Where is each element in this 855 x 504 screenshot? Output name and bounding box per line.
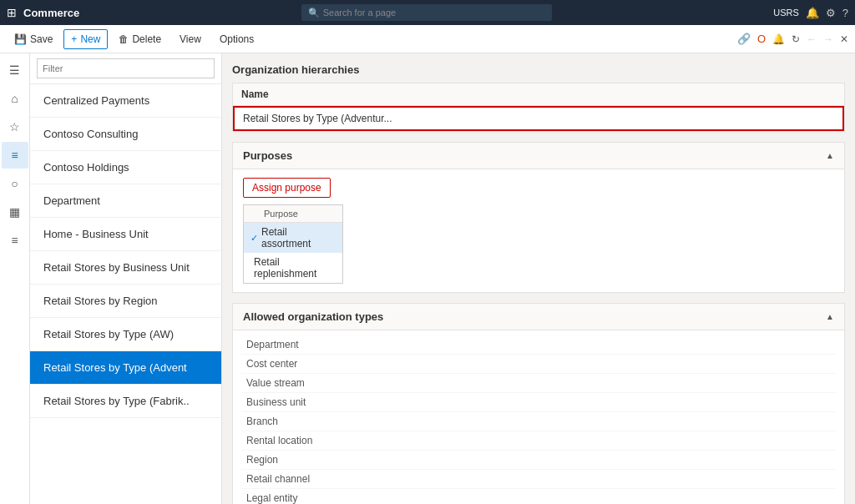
help-icon[interactable]: ? bbox=[842, 7, 848, 19]
delete-icon: 🗑 bbox=[119, 33, 129, 45]
sidebar-favorites-item[interactable]: ☆ bbox=[2, 113, 28, 140]
settings-icon[interactable]: ⚙ bbox=[826, 7, 836, 19]
top-bar: ⊞ Commerce 🔍 Search for a page USRS 🔔 ⚙ … bbox=[0, 0, 855, 25]
notification-badge[interactable]: 🔔 bbox=[772, 33, 785, 45]
assign-purpose-button[interactable]: Assign purpose bbox=[243, 178, 331, 198]
plus-icon: + bbox=[71, 33, 77, 45]
nav-list-item[interactable]: Contoso Holdings bbox=[30, 151, 221, 184]
toolbar: 💾 Save + New 🗑 Delete View Options 🔗 O 🔔… bbox=[0, 25, 855, 53]
sidebar-recent-item[interactable]: ≡ bbox=[2, 142, 28, 169]
org-hierarchies-title: Organization hierarchies bbox=[232, 63, 845, 76]
search-icon: 🔍 bbox=[308, 8, 320, 18]
purposes-section: Purposes ▲ Assign purpose Purpose ✓Retai… bbox=[232, 142, 845, 293]
nav-list-item[interactable]: Centralized Payments bbox=[30, 84, 221, 118]
purpose-dropdown-header: Purpose bbox=[244, 205, 342, 223]
link-icon[interactable]: 🔗 bbox=[737, 33, 751, 45]
nav-list-item[interactable]: Retail Stores by Type (Advent bbox=[30, 351, 221, 385]
sidebar-menu-item[interactable]: ☰ bbox=[2, 57, 28, 83]
nav-list-item[interactable]: Retail Stores by Type (Fabrik.. bbox=[30, 385, 221, 418]
purpose-dropdown-item[interactable]: Retail replenishment bbox=[244, 253, 342, 283]
purpose-dropdown: Purpose ✓Retail assortmentRetail repleni… bbox=[243, 204, 343, 284]
allowed-type-row[interactable]: Legal entity bbox=[241, 489, 836, 504]
refresh-icon[interactable]: ↻ bbox=[792, 33, 800, 45]
check-icon: ✓ bbox=[250, 233, 258, 244]
user-label: USRS bbox=[773, 8, 799, 18]
nav-sidebar: Centralized PaymentsContoso ConsultingCo… bbox=[30, 53, 222, 504]
nav-filter-container bbox=[37, 58, 215, 78]
allowed-types-section: Allowed organization types ▲ DepartmentC… bbox=[232, 303, 845, 504]
nav-list-item[interactable]: Home - Business Unit bbox=[30, 218, 221, 251]
nav-list-item[interactable]: Retail Stores by Region bbox=[30, 285, 221, 318]
allowed-type-row[interactable]: Business unit bbox=[241, 393, 836, 412]
org-hierarchies-table: Name Retail Stores by Type (Adventur... bbox=[232, 83, 845, 132]
forward-icon[interactable]: → bbox=[823, 33, 833, 45]
nav-list-item[interactable]: Contoso Consulting bbox=[30, 118, 221, 151]
search-placeholder-text: Search for a page bbox=[323, 8, 396, 18]
nav-list-item[interactable]: Retail Stores by Type (AW) bbox=[30, 318, 221, 351]
main-layout: ☰ ⌂ ☆ ≡ ○ ▦ ≡ Centralized PaymentsContos… bbox=[0, 53, 855, 504]
content-area: Organization hierarchies Name Retail Sto… bbox=[222, 53, 855, 504]
view-button[interactable]: View bbox=[172, 29, 209, 49]
allowed-type-row[interactable]: Retail channel bbox=[241, 470, 836, 489]
allowed-type-row[interactable]: Region bbox=[241, 451, 836, 470]
allowed-types-header[interactable]: Allowed organization types ▲ bbox=[233, 304, 844, 330]
app-title: Commerce bbox=[23, 7, 79, 19]
purpose-items-list: ✓Retail assortmentRetail replenishment bbox=[244, 223, 342, 283]
nav-list-item[interactable]: Department bbox=[30, 184, 221, 218]
delete-button[interactable]: 🗑 Delete bbox=[111, 29, 169, 49]
back-icon[interactable]: ← bbox=[807, 33, 817, 45]
grid-icon[interactable]: ⊞ bbox=[7, 6, 17, 19]
icon-sidebar: ☰ ⌂ ☆ ≡ ○ ▦ ≡ bbox=[0, 53, 30, 504]
nav-list-item[interactable]: Retail Stores by Business Unit bbox=[30, 251, 221, 285]
allowed-type-row[interactable]: Cost center bbox=[241, 355, 836, 374]
options-button[interactable]: Options bbox=[212, 29, 261, 49]
sidebar-workspaces-item[interactable]: ○ bbox=[2, 170, 28, 197]
top-bar-left: ⊞ Commerce bbox=[7, 6, 79, 19]
save-icon: 💾 bbox=[14, 33, 27, 45]
purposes-section-body: Assign purpose Purpose ✓Retail assortmen… bbox=[233, 169, 844, 292]
allowed-types-list: DepartmentCost centerValue streamBusines… bbox=[233, 330, 844, 504]
allowed-type-row[interactable]: Department bbox=[241, 335, 836, 355]
save-button[interactable]: 💾 Save bbox=[7, 29, 60, 49]
org-table-column-name: Name bbox=[233, 83, 844, 106]
office-icon[interactable]: O bbox=[757, 33, 766, 45]
new-button[interactable]: + New bbox=[63, 29, 108, 49]
purposes-section-header[interactable]: Purposes ▲ bbox=[233, 143, 844, 169]
nav-filter-wrap bbox=[30, 53, 221, 84]
sidebar-modules-item[interactable]: ▦ bbox=[2, 199, 28, 225]
nav-filter-input[interactable] bbox=[37, 58, 215, 78]
nav-list: Centralized PaymentsContoso ConsultingCo… bbox=[30, 84, 221, 504]
sidebar-list-item[interactable]: ≡ bbox=[2, 227, 28, 254]
allowed-type-row[interactable]: Rental location bbox=[241, 431, 836, 451]
allowed-types-chevron-icon: ▲ bbox=[826, 312, 834, 321]
bell-icon[interactable]: 🔔 bbox=[806, 7, 819, 19]
allowed-type-row[interactable]: Value stream bbox=[241, 374, 836, 393]
org-table-selected-row[interactable]: Retail Stores by Type (Adventur... bbox=[233, 106, 844, 131]
allowed-type-row[interactable]: Branch bbox=[241, 412, 836, 431]
close-icon[interactable]: ✕ bbox=[840, 33, 848, 45]
sidebar-home-item[interactable]: ⌂ bbox=[2, 85, 28, 112]
purpose-dropdown-item[interactable]: ✓Retail assortment bbox=[244, 223, 342, 253]
purposes-chevron-icon: ▲ bbox=[826, 151, 834, 160]
global-search-bar[interactable]: 🔍 Search for a page bbox=[301, 4, 552, 21]
top-bar-right: USRS 🔔 ⚙ ? bbox=[773, 7, 848, 19]
